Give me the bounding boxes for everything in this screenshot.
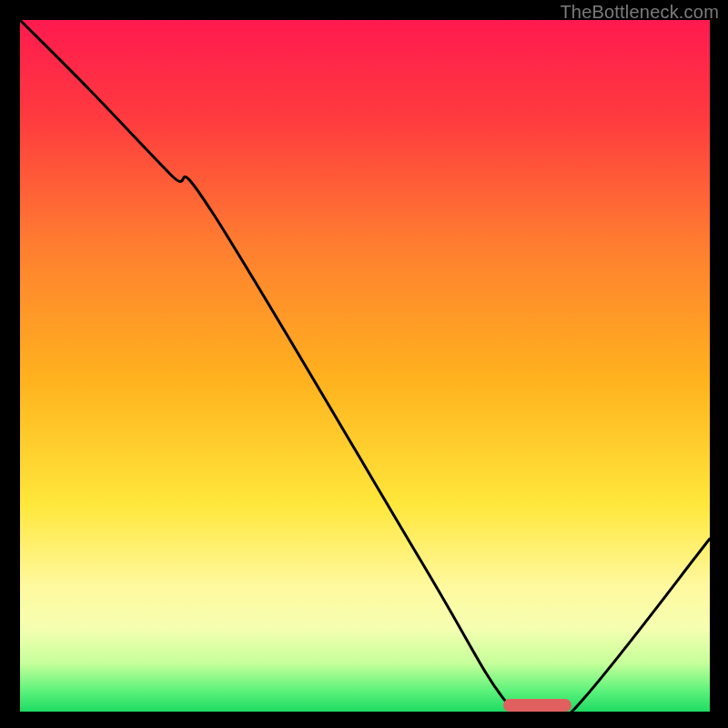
chart-frame: TheBottleneck.com xyxy=(0,0,728,728)
optimal-range-marker xyxy=(503,699,572,712)
plot-area xyxy=(20,20,710,712)
bottleneck-curve xyxy=(20,20,710,726)
plot-svg xyxy=(20,20,710,712)
